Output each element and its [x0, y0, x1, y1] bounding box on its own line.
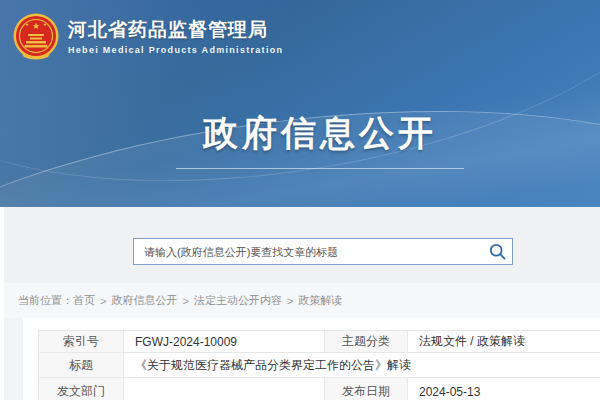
breadcrumb-item-home[interactable]: 首页	[73, 293, 95, 308]
site-logo[interactable]: ★ ★ ★ 河北省药品监督管理局 Hebei Medical Products …	[12, 10, 283, 64]
search-input[interactable]	[134, 239, 482, 264]
title-label: 标题	[39, 353, 124, 378]
svg-text:★: ★	[43, 22, 47, 27]
index-number-value: FGWJ-2024-10009	[124, 331, 325, 353]
table-row: 索引号 FGWJ-2024-10009 主题分类 法规文件 / 政策解读	[39, 331, 600, 353]
breadcrumb-separator: >	[287, 295, 293, 307]
breadcrumb-item-statutory-disclosure[interactable]: 法定主动公开内容	[194, 293, 282, 308]
svg-text:★: ★	[25, 22, 29, 27]
topic-category-value: 法规文件 / 政策解读	[408, 331, 600, 353]
org-name-zh: 河北省药品监督管理局	[68, 19, 283, 42]
article-card: 索引号 FGWJ-2024-10009 主题分类 法规文件 / 政策解读 标题 …	[23, 318, 600, 400]
title-underline	[176, 168, 464, 169]
index-number-label: 索引号	[39, 331, 124, 353]
breadcrumb: 当前位置： 首页 > 政府信息公开 > 法定主动公开内容 > 政策解读	[4, 283, 600, 318]
table-row: 发文部门 发布日期 2024-05-13	[39, 378, 600, 400]
document-info-table: 索引号 FGWJ-2024-10009 主题分类 法规文件 / 政策解读 标题 …	[38, 330, 600, 400]
national-emblem-icon: ★ ★ ★	[12, 10, 60, 64]
search-section	[4, 207, 600, 283]
issuing-department-label: 发文部门	[39, 378, 124, 400]
publish-date-label: 发布日期	[325, 378, 408, 400]
org-name-en: Hebei Medical Products Administration	[68, 45, 283, 55]
page: ★ ★ ★ 河北省药品监督管理局 Hebei Medical Products …	[0, 0, 600, 400]
topic-category-label: 主题分类	[325, 331, 408, 353]
svg-text:★: ★	[32, 21, 40, 31]
breadcrumb-item-gov-info[interactable]: 政府信息公开	[111, 293, 177, 308]
breadcrumb-separator: >	[100, 295, 106, 307]
search-box	[133, 238, 513, 265]
publish-date-value: 2024-05-13	[408, 378, 600, 400]
site-banner: ★ ★ ★ 河北省药品监督管理局 Hebei Medical Products …	[0, 0, 600, 207]
issuing-department-value	[124, 378, 325, 400]
logo-text: 河北省药品监督管理局 Hebei Medical Products Admini…	[68, 19, 283, 55]
table-row: 标题 《关于规范医疗器械产品分类界定工作的公告》解读	[39, 353, 600, 378]
search-button[interactable]	[482, 239, 512, 264]
page-title: 政府信息公开	[203, 110, 437, 157]
search-icon	[489, 243, 506, 260]
breadcrumb-separator: >	[182, 295, 188, 307]
content-area: 索引号 FGWJ-2024-10009 主题分类 法规文件 / 政策解读 标题 …	[4, 318, 600, 400]
breadcrumb-prefix: 当前位置：	[18, 293, 73, 308]
breadcrumb-item-policy-interpretation[interactable]: 政策解读	[298, 293, 342, 308]
title-value: 《关于规范医疗器械产品分类界定工作的公告》解读	[124, 353, 600, 378]
